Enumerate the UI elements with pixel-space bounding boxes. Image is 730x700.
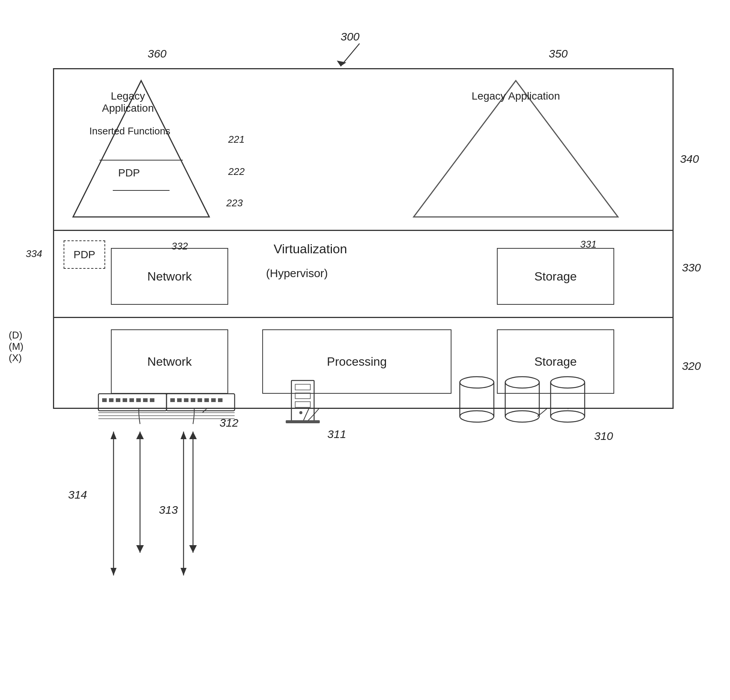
server-icon [276, 379, 329, 424]
svg-rect-43 [295, 402, 310, 407]
svg-rect-45 [286, 420, 320, 423]
ref-310: 310 [594, 430, 613, 443]
svg-rect-18 [109, 398, 114, 402]
ref-334: 334 [26, 248, 42, 260]
svg-rect-35 [211, 398, 216, 402]
svg-rect-41 [295, 384, 310, 390]
svg-point-46 [460, 377, 494, 388]
svg-point-50 [505, 377, 539, 388]
ref-332: 332 [171, 240, 188, 252]
svg-marker-59 [111, 432, 117, 439]
svg-rect-20 [123, 398, 127, 402]
ref-350: 350 [549, 47, 568, 60]
svg-rect-34 [204, 398, 209, 402]
ref-312: 312 [219, 416, 238, 429]
svg-point-54 [551, 377, 585, 388]
ref-340: 340 [680, 153, 699, 165]
switch-icon-2 [163, 382, 238, 420]
cylinder-1 [458, 375, 496, 424]
ref-331: 331 [580, 239, 596, 250]
ref-221: 221 [228, 134, 244, 145]
svg-point-57 [551, 411, 585, 422]
pdp-inner-label: PDP [110, 167, 148, 179]
svg-marker-8 [136, 432, 144, 439]
svg-marker-63 [181, 568, 187, 575]
svg-rect-24 [150, 398, 154, 402]
svg-rect-16 [98, 394, 167, 411]
virt-layer: PDP Virtualization (Hypervisor) Network … [53, 231, 674, 318]
svg-rect-28 [167, 394, 235, 411]
svg-marker-7 [136, 545, 144, 553]
ref-223: 223 [226, 197, 243, 209]
storage-virt-box: Storage [497, 248, 614, 305]
label-D: (D) [9, 329, 22, 341]
svg-rect-22 [136, 398, 141, 402]
svg-rect-40 [291, 380, 314, 422]
svg-rect-31 [184, 398, 188, 402]
svg-rect-30 [177, 398, 182, 402]
svg-rect-19 [116, 398, 120, 402]
inserted-functions-label: Inserted Functions [86, 125, 173, 137]
app-layer: Legacy Application Inserted Functions PD… [53, 68, 674, 231]
svg-rect-42 [295, 393, 310, 399]
svg-rect-21 [129, 398, 134, 402]
legacy-app-left-label: Legacy Application [84, 90, 171, 114]
ref-314: 314 [68, 488, 87, 501]
svg-rect-17 [102, 398, 107, 402]
virtualization-label: Virtualization [274, 242, 347, 256]
legacy-app-right-label: Legacy Application [440, 90, 591, 102]
svg-point-44 [299, 411, 302, 414]
hypervisor-label: (Hypervisor) [266, 267, 328, 280]
label-X: (X) [9, 352, 22, 364]
network-virt-box: Network [111, 248, 228, 305]
svg-point-53 [505, 411, 539, 422]
ref-330: 330 [682, 261, 701, 274]
ref-360: 360 [148, 47, 167, 60]
arrow-313 [176, 432, 191, 575]
svg-marker-60 [111, 568, 117, 575]
svg-marker-62 [181, 432, 187, 439]
svg-rect-23 [143, 398, 148, 402]
ref-320: 320 [682, 360, 701, 373]
ref-300: 300 [341, 30, 360, 43]
svg-point-49 [460, 411, 494, 422]
ref-311: 311 [327, 428, 346, 441]
ref-313: 313 [159, 504, 178, 516]
switch-icon-1 [95, 382, 170, 420]
ref-222: 222 [228, 166, 244, 178]
svg-rect-33 [198, 398, 202, 402]
cylinder-3 [549, 375, 587, 424]
svg-rect-29 [170, 398, 175, 402]
label-M: (M) [9, 341, 23, 352]
svg-rect-32 [191, 398, 195, 402]
arrow-314 [106, 432, 121, 575]
cylinder-2 [503, 375, 541, 424]
pdp-box: PDP [64, 240, 105, 269]
svg-rect-36 [218, 398, 223, 402]
